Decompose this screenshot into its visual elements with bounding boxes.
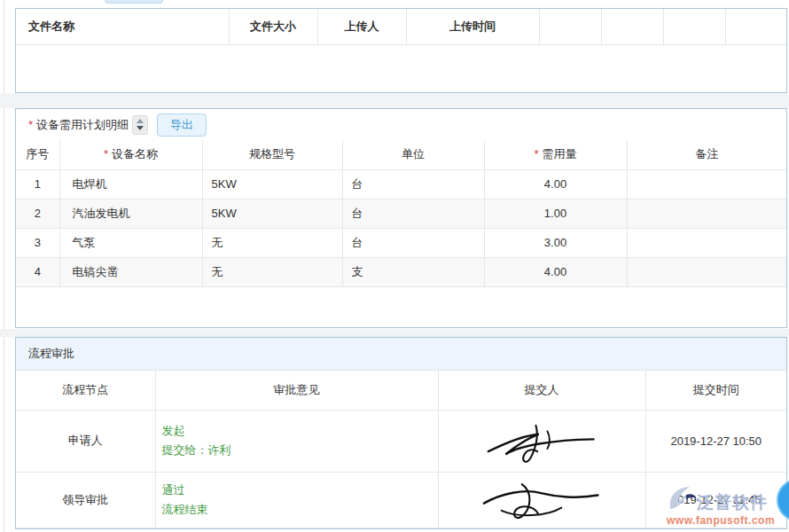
sort-spinner-icon[interactable] [132,115,148,135]
col-header-required-qty: *需用量 [484,140,627,169]
equipment-plan-caption: * 设备需用计划明细 导出 [16,109,786,140]
cell-submitter-signature [438,410,645,472]
attachment-table: 文件名称 文件大小 上传人 上传时间 [16,9,786,92]
attachment-panel: 文件名称 文件大小 上传人 上传时间 [15,8,787,93]
col-header-spec-model: 规格型号 [202,140,342,169]
approval-panel-title: 流程审批 [16,338,786,371]
empty-column-header [601,9,663,44]
col-header-flow-node: 流程节点 [16,371,155,410]
cell-seq: 1 [16,169,59,199]
cell-remark [627,169,786,199]
col-header-file-size: 文件大小 [229,9,317,44]
cell-approval-opinion: 发起 提交给：许利 [155,410,438,472]
cell-remark [627,228,786,257]
opinion-action: 发起 [162,421,438,441]
cell-approval-opinion: 通过 流程结束 [155,472,438,528]
empty-column-header [663,9,725,44]
equipment-table: 序号 *设备名称 规格型号 单位 *需用量 备注 1 电焊机 5KW 台 4.0… [16,140,786,287]
down-arrow-icon [137,126,144,130]
cell-unit: 台 [342,199,484,228]
export-button[interactable]: 导出 [157,113,207,137]
col-header-upload-time: 上传时间 [406,9,539,44]
cell-remark [627,257,786,286]
table-row[interactable]: 1 电焊机 5KW 台 4.00 [16,169,786,199]
panel-gap [0,93,789,108]
cell-qty: 1.00 [484,199,627,228]
clipped-toolbar-button[interactable] [105,0,163,4]
approval-header-row: 流程节点 审批意见 提交人 提交时间 [16,371,786,410]
empty-column-header [539,9,601,44]
col-header-approval-opinion: 审批意见 [155,371,438,410]
table-row[interactable]: 3 气泵 无 台 3.00 [16,228,786,257]
signature-image [484,415,599,466]
required-asterisk: * [104,147,108,160]
cell-spec: 无 [202,228,342,257]
equipment-plan-title: 设备需用计划明细 [36,117,129,133]
page-left-divider [4,0,4,532]
opinion-action: 通过 [162,481,438,500]
attachment-empty-area [16,44,786,92]
table-row: 申请人 发起 提交给：许利 2019-12-27 10:50 [16,410,786,472]
approval-table: 流程节点 审批意见 提交人 提交时间 申请人 发起 提交给：许利 2019-12… [16,371,786,528]
cell-seq: 4 [16,257,59,286]
required-asterisk: * [534,147,538,160]
col-header-uploader: 上传人 [317,9,406,44]
cell-qty: 4.00 [484,169,627,199]
col-header-submitter: 提交人 [438,371,645,410]
table-row: 领导审批 通过 流程结束 2019-12-27 11:45 [16,472,786,528]
cell-flow-node: 申请人 [16,410,155,472]
cell-qty: 3.00 [484,228,627,257]
cell-unit: 台 [342,228,484,257]
cell-remark [627,199,786,228]
required-asterisk: * [28,118,33,131]
col-header-seq: 序号 [16,140,59,169]
cell-qty: 4.00 [484,257,627,286]
col-header-equipment-name: *设备名称 [59,140,202,169]
cell-unit: 支 [342,257,484,286]
table-row[interactable]: 2 汽油发电机 5KW 台 1.00 [16,199,786,228]
col-header-unit: 单位 [342,140,484,169]
cell-flow-node: 领导审批 [16,472,155,528]
cell-submit-time: 2019-12-27 10:50 [645,410,786,472]
opinion-detail: 提交给：许利 [162,441,438,460]
cell-seq: 2 [16,199,59,228]
attachment-header-row: 文件名称 文件大小 上传人 上传时间 [16,9,786,44]
table-row[interactable]: 4 电镐尖凿 无 支 4.00 [16,257,786,286]
cell-unit: 台 [342,169,484,199]
cell-spec: 5KW [202,169,342,199]
approval-panel: 流程审批 流程节点 审批意见 提交人 提交时间 申请人 发起 提交给：许利 [15,337,787,529]
cell-seq: 3 [16,228,59,257]
cell-equipment-name: 电镐尖凿 [59,257,202,286]
cell-equipment-name: 汽油发电机 [59,199,202,228]
col-header-remark: 备注 [627,140,786,169]
cell-equipment-name: 气泵 [59,228,202,257]
cell-spec: 无 [202,257,342,286]
cell-submit-time: 2019-12-27 11:45 [645,472,786,528]
opinion-detail: 流程结束 [162,500,438,520]
panel-gap [0,329,789,337]
cell-submitter-signature [438,472,645,528]
col-header-submit-time: 提交时间 [645,371,786,410]
empty-column-header [725,9,786,44]
signature-image [480,475,604,524]
col-header-file-name: 文件名称 [16,9,229,44]
cell-equipment-name: 电焊机 [59,169,202,199]
cell-spec: 5KW [202,199,342,228]
up-arrow-icon [137,119,144,123]
equipment-plan-panel: * 设备需用计划明细 导出 序号 *设备名称 规格型号 单位 *需用量 备注 1… [15,108,787,328]
equipment-header-row: 序号 *设备名称 规格型号 单位 *需用量 备注 [16,140,786,169]
